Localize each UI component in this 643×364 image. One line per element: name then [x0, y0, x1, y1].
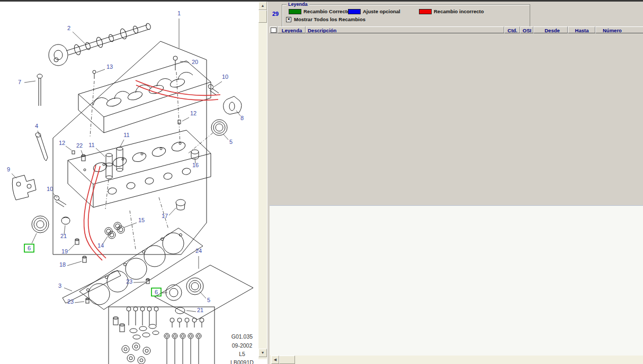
table-horizontal-scrollbar[interactable]: ◀	[270, 356, 643, 364]
legend-label: Ajuste opcional	[363, 8, 400, 14]
diagram-callout-5[interactable]: 5	[207, 297, 210, 303]
diagram-callout-22[interactable]: 22	[76, 142, 83, 149]
callout-leader-line	[24, 81, 35, 83]
show-all-parts-checkbox-row: ✕ Mostrar Todos los Recambios	[286, 16, 365, 22]
diagram-callout-4[interactable]: 4	[35, 123, 38, 129]
diagram-callouts: 1220137108125412221111916101721151419618…	[7, 10, 244, 313]
callout-leader-line	[182, 117, 189, 121]
diagram-callout-20[interactable]: 20	[192, 59, 198, 65]
legend-items: Recambio CorrectoAjuste opcionalRecambio…	[282, 8, 530, 15]
header-leyenda[interactable]: Leyenda	[278, 26, 306, 33]
diagram-callout-23[interactable]: 23	[126, 278, 132, 285]
row-count: 29	[270, 11, 281, 17]
scroll-left-icon[interactable]: ◀	[271, 356, 279, 364]
legend-item: Recambio Correcto	[289, 8, 350, 14]
show-all-parts-checkbox[interactable]: ✕	[286, 17, 291, 22]
diagram-panel: 1220137108125412221111916101721151419618…	[0, 2, 258, 364]
header-numero[interactable]: Número	[595, 26, 643, 33]
callout-leader-line	[12, 174, 16, 178]
select-all-header-cell[interactable]	[270, 26, 278, 33]
diagram-callout-10[interactable]: 10	[222, 74, 228, 80]
diagram-callout-21[interactable]: 21	[197, 307, 203, 313]
diagram-callout-21[interactable]: 21	[60, 233, 67, 239]
parts-table-header: Leyenda Descripción Ctd. OSI Desde Hasta…	[270, 26, 643, 33]
diagram-callout-18[interactable]: 18	[59, 261, 66, 268]
drawing-code-block: G01.035 09-2002 L5 LB0091D	[230, 333, 254, 364]
diagram-callout-9[interactable]: 9	[7, 166, 10, 172]
legend-item: Recambio incorrecto	[419, 8, 484, 14]
callout-leader-line	[64, 288, 72, 291]
diagram-callout-13[interactable]: 13	[106, 63, 113, 70]
callout-leader-line	[214, 81, 222, 87]
legend-swatch	[289, 9, 301, 14]
diagram-callout-2[interactable]: 2	[67, 25, 70, 31]
drawing-code-line: 09-2002	[232, 342, 253, 349]
diagram-callout-8[interactable]: 8	[240, 115, 244, 121]
callout-leader-line	[133, 282, 145, 283]
drawing-code-line: LB0091D	[230, 359, 254, 364]
callout-leader-line	[32, 233, 37, 243]
diagram-callout-12[interactable]: 12	[59, 140, 65, 146]
diagram-callout-19[interactable]: 19	[61, 248, 68, 254]
show-all-parts-label: Mostrar Todos los Recambios	[294, 16, 365, 22]
header-descripcion[interactable]: Descripción	[306, 26, 504, 33]
callout-leader-line	[73, 32, 86, 45]
select-all-checkbox[interactable]	[271, 28, 276, 33]
header-ctd[interactable]: Ctd.	[504, 26, 520, 33]
diagram-callout-24[interactable]: 24	[195, 248, 202, 254]
callout-leader-line	[68, 244, 75, 251]
legend-label: Recambio Correcto	[303, 8, 350, 14]
diagram-callout-6[interactable]: 6	[155, 289, 158, 295]
diagram-vertical-scrollbar[interactable]: ▲ ▼	[258, 2, 267, 359]
diagram-callout-1[interactable]: 1	[177, 10, 181, 16]
callout-leader-line	[96, 148, 105, 157]
callout-leader-line	[96, 69, 105, 72]
callout-leader-line	[223, 134, 228, 140]
diagram-callout-10[interactable]: 10	[47, 186, 53, 192]
header-hasta[interactable]: Hasta	[568, 26, 595, 33]
legend-swatch	[419, 9, 432, 14]
drawing-code-line: G01.035	[231, 333, 253, 340]
callout-leader-line	[186, 311, 196, 312]
callout-leader-line	[66, 146, 72, 150]
diagram-callout-14[interactable]: 14	[97, 242, 104, 249]
diagram-callout-5[interactable]: 5	[229, 139, 233, 145]
vertical-scrollbar-thumb[interactable]	[258, 10, 267, 23]
horizontal-scrollbar-thumb[interactable]	[279, 356, 295, 364]
diagram-callout-12[interactable]: 12	[190, 110, 197, 116]
parts-table: Leyenda Descripción Ctd. OSI Desde Hasta…	[270, 26, 643, 33]
callout-leader-line	[75, 302, 84, 303]
diagram-callout-23[interactable]: 23	[67, 298, 74, 305]
diagram-callout-6[interactable]: 6	[28, 245, 31, 251]
legend-title: Leyenda	[287, 2, 309, 7]
header-osi[interactable]: OSI	[520, 26, 533, 33]
diagram-callout-17[interactable]: 17	[162, 213, 168, 219]
legend-item: Ajuste opcional	[348, 8, 400, 14]
diagram-callout-15[interactable]: 15	[138, 217, 145, 223]
engine-exploded-drawing	[12, 23, 253, 364]
red-leader-curves	[84, 80, 220, 260]
diagram-callout-7[interactable]: 7	[18, 79, 21, 85]
callout-leader-line	[124, 223, 137, 228]
empty-table-area	[270, 205, 643, 356]
exploded-view-drawing: 1220137108125412221111916101721151419618…	[0, 2, 258, 364]
diagram-callout-16[interactable]: 16	[192, 162, 199, 168]
diagram-callout-11[interactable]: 11	[88, 142, 94, 148]
diagram-callout-3[interactable]: 3	[58, 283, 61, 289]
legend-swatch	[348, 9, 361, 14]
scroll-down-icon[interactable]: ▼	[258, 349, 267, 357]
scroll-up-icon[interactable]: ▲	[258, 2, 267, 10]
diagram-callout-11[interactable]: 11	[123, 132, 129, 138]
drawing-code-line: L5	[239, 351, 245, 357]
callout-leader-line	[200, 292, 206, 298]
callout-leader-line	[67, 261, 82, 266]
parts-panel: 29 Leyenda Recambio CorrectoAjuste opcio…	[270, 2, 643, 364]
legend-label: Recambio incorrecto	[434, 8, 484, 14]
callout-leader-line	[169, 208, 176, 215]
header-desde[interactable]: Desde	[533, 26, 568, 33]
